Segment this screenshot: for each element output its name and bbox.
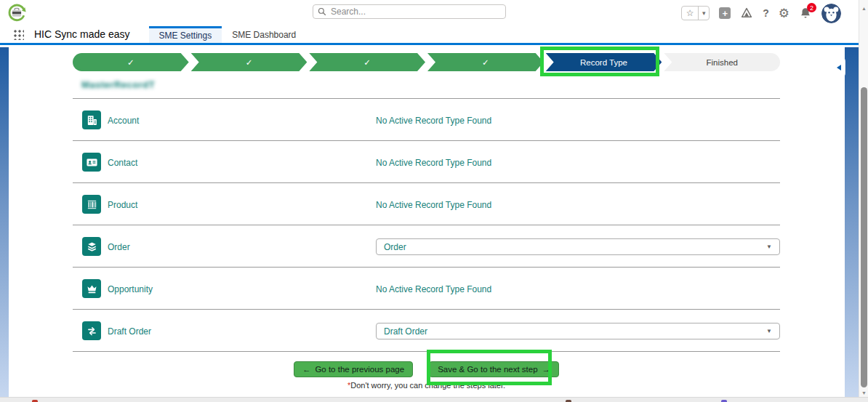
progress-path: ✓✓✓✓Record TypeFinished [73,53,780,71]
chevron-down-icon: ▼ [766,244,772,250]
object-row-contact: Contact No Active Record Type Found [73,141,780,183]
footer-note: *Don't worry, you can change the steps l… [73,381,780,390]
favorites-group: ☆ ▾ [681,6,710,20]
no-record-type-message: No Active Record Type Found [376,284,491,294]
app-name: HIC Sync made easy [34,28,130,43]
path-step-finished[interactable]: Finished [664,53,780,71]
product-icon [82,195,101,214]
object-label: Draft Order [108,326,151,337]
object-label: Opportunity [108,284,153,294]
note-text: Don't worry, you can change the steps la… [350,381,505,390]
favorite-star-icon[interactable]: ☆ [682,7,698,20]
object-row-order: Order Order▼ [73,225,780,268]
check-icon: ✓ [246,57,253,68]
draft-order-icon [82,321,101,340]
object-row-account: Account No Active Record Type Found [73,99,780,141]
chevron-left-icon [837,65,841,71]
object-row-product: Product No Active Record Type Found [73,183,780,225]
notifications-bell-icon[interactable]: 2 [799,7,812,20]
scroll-up-icon[interactable]: ▲ [859,6,868,11]
check-icon: ✓ [482,57,489,68]
guidance-center-icon[interactable] [740,7,753,20]
blurred-section-title: MasterRecordT [81,79,155,90]
path-step-record-type[interactable]: Record Type [546,53,662,71]
path-step-complete-3[interactable]: ✓ [309,53,425,71]
previous-page-label: Go to the previous page [315,365,404,374]
header-actions: ☆ ▾ + ? ⚙ 2 [681,0,841,26]
favorites-caret-icon[interactable]: ▾ [698,7,709,20]
record-type-select-draft-order[interactable]: Draft Order▼ [376,323,780,339]
no-record-type-message: No Active Record Type Found [376,116,491,126]
notification-badge: 2 [807,3,816,12]
object-label: Order [108,242,130,252]
no-record-type-message: No Active Record Type Found [376,200,491,210]
left-arrow-icon: ← [302,365,311,374]
save-next-label: Save & Go to the next step [438,365,537,374]
save-next-step-button[interactable]: Save & Go to the next step → [429,361,559,377]
browser-scrollbar[interactable]: ▲ ▼ [859,0,868,402]
check-icon: ✓ [127,57,134,68]
setup-gear-icon[interactable]: ⚙ [779,7,789,20]
previous-page-button[interactable]: ← Go to the previous page [294,361,413,377]
record-type-settings-card: ✓✓✓✓Record TypeFinished MasterRecordT Ac… [9,47,845,397]
user-avatar[interactable] [821,4,841,23]
search-input[interactable] [331,7,501,17]
chevron-down-icon: ▼ [766,328,772,334]
selected-record-type: Order [384,242,766,252]
record-type-select-order[interactable]: Order▼ [376,238,780,255]
global-search [313,4,506,19]
order-icon [82,237,101,256]
global-actions-plus-icon[interactable]: + [719,7,731,19]
object-label: Account [108,116,139,126]
object-label: Product [108,200,137,210]
right-arrow-icon: → [542,365,551,374]
screen: ☆ ▾ + ? ⚙ 2 [0,0,868,402]
contact-icon [82,153,101,172]
path-step-complete-1[interactable]: ✓ [73,53,189,71]
hic-sync-logo-icon [6,2,28,24]
check-icon: ✓ [363,57,371,68]
collapse-panel-button[interactable] [832,57,845,77]
object-label: Contact [108,158,137,168]
scroll-down-icon[interactable]: ▼ [859,390,868,395]
path-step-label: Finished [706,58,737,67]
app-launcher-icon[interactable] [13,29,24,40]
selected-record-type: Draft Order [384,326,766,337]
path-step-complete-4[interactable]: ✓ [427,53,544,71]
opportunity-icon [82,279,101,298]
tab-sme-settings[interactable]: SME Settings [149,26,222,43]
tab-sme-dashboard[interactable]: SME Dashboard [222,26,306,43]
object-row-opportunity: Opportunity No Active Record Type Found [73,268,780,310]
card-footer: ← Go to the previous page Save & Go to t… [73,351,780,390]
help-icon[interactable]: ? [763,8,769,18]
path-step-complete-2[interactable]: ✓ [191,53,308,71]
object-rows: Account No Active Record Type Found Cont… [73,98,780,352]
account-icon [82,110,101,129]
page-background: ✓✓✓✓Record TypeFinished MasterRecordT Ac… [0,47,859,397]
app-nav-bar: HIC Sync made easy SME Settings SME Dash… [0,26,859,45]
path-step-label: Record Type [580,58,627,67]
taskbar-edge [0,397,868,402]
global-header: ☆ ▾ + ? ⚙ 2 [0,0,859,26]
object-row-draft-order: Draft Order Draft Order▼ [73,310,780,352]
no-record-type-message: No Active Record Type Found [376,158,491,168]
search-icon [318,7,326,16]
scrollbar-thumb[interactable] [861,87,867,387]
